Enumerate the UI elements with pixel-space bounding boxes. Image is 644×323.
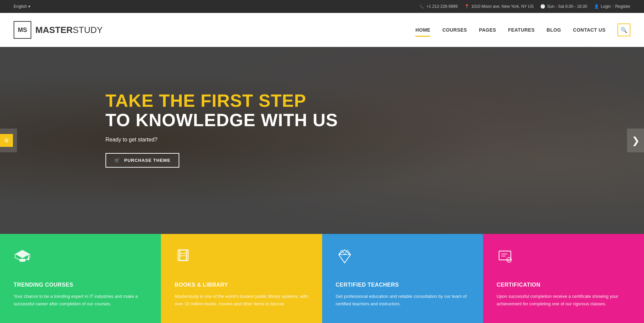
site-logo[interactable]: MS MASTERSTUDY [14, 21, 103, 39]
feature-trending-courses: TRENDING COURSES Your chance to be a tre… [0, 234, 161, 323]
feature-desc-2: Get professional education and reliable … [336, 293, 469, 308]
clock-icon: 🕐 [540, 4, 545, 9]
feature-title-3: CERTIFICATION [497, 282, 630, 288]
auth-links: 👤 Login | Register [594, 4, 630, 9]
svg-point-0 [28, 258, 29, 260]
chevron-down-icon: ▾ [28, 4, 30, 9]
language-label: English [14, 4, 27, 9]
address-info: 📍 1010 Moon ave, New York, NY US [464, 4, 533, 9]
purchase-label: PURCHASE THEME [124, 158, 170, 163]
nav-pages[interactable]: PAGES [479, 24, 496, 36]
svg-rect-11 [499, 251, 511, 260]
logo-box: MS [14, 21, 31, 39]
cart-icon: 🛒 [114, 158, 120, 163]
feature-title-2: CERTIFIED TEACHERS [336, 282, 469, 288]
feature-certified-teachers: CERTIFIED TEACHERS Get professional educ… [322, 234, 483, 323]
certificate-icon [497, 248, 630, 275]
search-button[interactable]: 🔍 [617, 23, 630, 36]
logo-text: MASTERSTUDY [35, 25, 103, 35]
settings-fab[interactable]: ⚙ [0, 134, 13, 147]
phone-number: +1 212-226-9999 [426, 4, 458, 9]
nav-blog[interactable]: BLOG [547, 24, 561, 36]
phone-info: 📞 +1 212-226-9999 [419, 4, 458, 9]
hero-section: ⚙ ❮ TAKE THE FIRST STEP TO KNOWLEDGE WIT… [0, 47, 644, 234]
address-text: 1010 Moon ave, New York, NY US [471, 4, 533, 9]
feature-desc-3: Upon successful completion receive a cer… [497, 293, 630, 308]
nav-contact[interactable]: CONTACT US [573, 24, 606, 36]
hero-title-white: TO KNOWLEDGE WITH US [105, 111, 644, 130]
purchase-button[interactable]: 🛒 PURCHASE THEME [105, 153, 179, 168]
slider-next-button[interactable]: ❯ [627, 129, 644, 152]
book-icon [175, 248, 308, 275]
chevron-right-icon: ❯ [632, 135, 640, 146]
hours-text: Sun - Sat 8.00 - 18.00 [547, 4, 587, 9]
hero-title-yellow: TAKE THE FIRST STEP [105, 91, 644, 111]
features-row: TRENDING COURSES Your chance to be a tre… [0, 234, 644, 323]
feature-title-1: BOOKS & LIBRARY [175, 282, 308, 288]
logo-letters: MS [18, 27, 27, 34]
feature-certification: CERTIFICATION Upon successful completion… [483, 234, 644, 323]
top-bar-left: English ▾ [14, 4, 30, 9]
login-link[interactable]: Login [601, 4, 611, 9]
graduation-icon [14, 248, 147, 275]
diamond-icon [336, 248, 469, 275]
feature-desc-0: Your chance to be a trending expert in I… [14, 293, 147, 308]
top-bar-right: 📞 +1 212-226-9999 📍 1010 Moon ave, New Y… [419, 4, 630, 9]
main-nav: HOME COURSES PAGES FEATURES BLOG CONTACT… [415, 23, 630, 36]
feature-desc-1: Masterstudy is one of the world's busies… [175, 293, 308, 308]
feature-title-0: TRENDING COURSES [14, 282, 147, 288]
svg-rect-2 [178, 250, 186, 260]
gear-icon: ⚙ [4, 137, 9, 144]
nav-features[interactable]: FEATURES [508, 24, 534, 36]
logo-brand-light: STUDY [73, 25, 103, 35]
site-header: MS MASTERSTUDY HOME COURSES PAGES FEATUR… [0, 13, 644, 47]
hero-subtitle: Ready to get started? [105, 137, 644, 143]
hours-info: 🕐 Sun - Sat 8.00 - 18.00 [540, 4, 587, 9]
top-bar: English ▾ 📞 +1 212-226-9999 📍 1010 Moon … [0, 0, 644, 13]
phone-icon: 📞 [419, 4, 425, 9]
svg-rect-3 [180, 250, 188, 260]
hero-content: TAKE THE FIRST STEP TO KNOWLEDGE WITH US… [0, 47, 644, 168]
logo-brand-bold: MASTER [35, 25, 73, 35]
location-icon: 📍 [464, 4, 469, 9]
register-link[interactable]: Register [615, 4, 630, 9]
svg-rect-1 [19, 259, 25, 262]
nav-home[interactable]: HOME [415, 24, 430, 36]
feature-books-library: BOOKS & LIBRARY Masterstudy is one of th… [161, 234, 322, 323]
nav-courses[interactable]: COURSES [442, 24, 467, 36]
search-icon: 🔍 [621, 27, 627, 33]
user-icon: 👤 [594, 4, 599, 9]
language-selector[interactable]: English ▾ [14, 4, 30, 9]
auth-divider: | [612, 4, 613, 9]
